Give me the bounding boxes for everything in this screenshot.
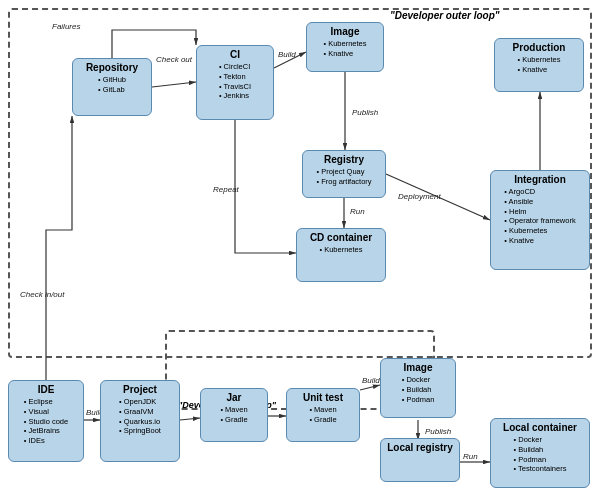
- unit-test-list: • Maven• Gradle: [305, 405, 340, 428]
- image-bottom-list: • Docker• Buildah• Podman: [398, 375, 439, 407]
- deployment-label: Deployment: [398, 192, 441, 201]
- checkinout-label: Check in/out: [20, 290, 64, 299]
- publish2-label: Publish: [425, 427, 451, 436]
- local-container-list: • Docker• Buildah• Podman• Testcontainer…: [510, 435, 571, 477]
- repository-node: Repository • GitHub• GitLab: [72, 58, 152, 116]
- unit-test-node: Unit test • Maven• Gradle: [286, 388, 360, 442]
- image-bottom-title: Image: [400, 359, 437, 375]
- integration-node: Integration • ArgoCD• Ansible• Helm• Ope…: [490, 170, 590, 270]
- project-list: • OpenJDK• GraalVM• Quarkus.io• SpringBo…: [115, 397, 165, 439]
- jar-list: • Maven• Gradle: [216, 405, 251, 428]
- repeat-label: Repeat: [213, 185, 239, 194]
- production-list: • Kubernetes• Knative: [513, 55, 564, 78]
- cd-container-list: • Kubernetes: [315, 245, 366, 258]
- run1-label: Run: [350, 207, 365, 216]
- ci-node: CI • CircleCI• Tekton• TravisCI• Jenkins: [196, 45, 274, 120]
- local-registry-node: Local registry: [380, 438, 460, 482]
- ide-list: • Eclipse• Visual• Studio code• JetBrain…: [20, 397, 72, 449]
- cd-container-title: CD container: [306, 229, 376, 245]
- svg-line-9: [180, 418, 200, 420]
- image-bottom-node: Image • Docker• Buildah• Podman: [380, 358, 456, 418]
- local-container-title: Local container: [499, 419, 581, 435]
- failures-label: Failures: [52, 22, 80, 31]
- ide-node: IDE • Eclipse• Visual• Studio code• JetB…: [8, 380, 84, 462]
- checkout-label: Check out: [156, 55, 192, 64]
- image-top-node: Image • Kubernetes• Knative: [306, 22, 384, 72]
- ide-title: IDE: [34, 381, 59, 397]
- publish1-label: Publish: [352, 108, 378, 117]
- cd-container-node: CD container • Kubernetes: [296, 228, 386, 282]
- registry-title: Registry: [320, 151, 368, 167]
- ci-list: • CircleCI• Tekton• TravisCI• Jenkins: [215, 62, 255, 104]
- production-title: Production: [509, 39, 570, 55]
- build3-label: Build: [362, 376, 380, 385]
- registry-list: • Project Quay• Frog artifactory: [312, 167, 375, 190]
- repository-list: • GitHub• GitLab: [94, 75, 130, 98]
- unit-test-title: Unit test: [299, 389, 347, 405]
- repository-title: Repository: [82, 59, 142, 75]
- registry-node: Registry • Project Quay• Frog artifactor…: [302, 150, 386, 198]
- project-title: Project: [119, 381, 161, 397]
- build1-label: Build: [278, 50, 296, 59]
- image-top-list: • Kubernetes• Knative: [319, 39, 370, 62]
- ci-title: CI: [226, 46, 244, 62]
- image-top-title: Image: [327, 23, 364, 39]
- run3-label: Run: [463, 452, 478, 461]
- jar-node: Jar • Maven• Gradle: [200, 388, 268, 442]
- production-node: Production • Kubernetes• Knative: [494, 38, 584, 92]
- integration-title: Integration: [510, 171, 570, 187]
- diagram: "Developer outer loop" "Developer inner …: [0, 0, 600, 502]
- jar-title: Jar: [222, 389, 245, 405]
- local-container-node: Local container • Docker• Buildah• Podma…: [490, 418, 590, 488]
- local-registry-title: Local registry: [383, 439, 457, 455]
- outer-loop-label: "Developer outer loop": [390, 10, 500, 21]
- integration-list: • ArgoCD• Ansible• Helm• Operator framew…: [500, 187, 579, 249]
- project-node: Project • OpenJDK• GraalVM• Quarkus.io• …: [100, 380, 180, 462]
